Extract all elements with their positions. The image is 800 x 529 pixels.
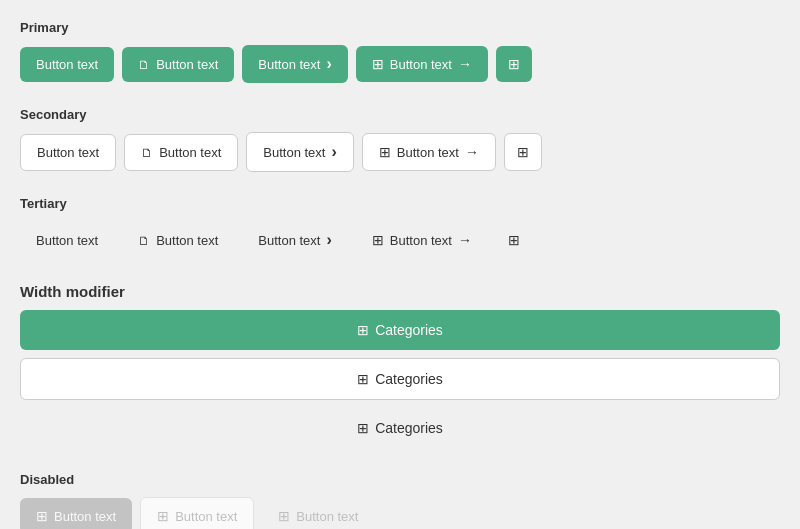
primary-label: Primary (20, 20, 780, 35)
secondary-btn-4[interactable]: Button text (362, 133, 496, 171)
disabled-btn-tertiary-label: Button text (296, 509, 358, 524)
disabled-btn-primary-label: Button text (54, 509, 116, 524)
secondary-btn-2[interactable]: Button text (124, 134, 238, 171)
grid-icon (372, 56, 384, 72)
grid-icon (508, 56, 520, 72)
secondary-btn-5[interactable] (504, 133, 542, 171)
grid-icon (508, 232, 520, 248)
secondary-btn-1-label: Button text (37, 145, 99, 160)
tertiary-label: Tertiary (20, 196, 780, 211)
width-btn-full-primary-label: Categories (375, 322, 443, 338)
grid-icon (278, 508, 290, 524)
secondary-btn-1[interactable]: Button text (20, 134, 116, 171)
disabled-btn-secondary-label: Button text (175, 509, 237, 524)
secondary-btn-4-label: Button text (397, 145, 459, 160)
arrow-icon (465, 144, 479, 160)
grid-icon (357, 322, 369, 338)
secondary-section: Secondary Button text Button text Button… (20, 107, 780, 172)
tertiary-btn-2-label: Button text (156, 233, 218, 248)
primary-btn-5[interactable] (496, 46, 532, 82)
tertiary-btn-2[interactable]: Button text (122, 223, 234, 258)
primary-btn-3-label: Button text (258, 57, 320, 72)
chevron-icon (331, 143, 336, 161)
primary-btn-2[interactable]: Button text (122, 47, 234, 82)
tertiary-btn-1[interactable]: Button text (20, 223, 114, 258)
width-btn-full-secondary-label: Categories (375, 371, 443, 387)
grid-icon (357, 420, 369, 436)
file-icon (141, 145, 153, 160)
width-btn-full-tertiary-label: Categories (375, 420, 443, 436)
secondary-label: Secondary (20, 107, 780, 122)
primary-section: Primary Button text Button text Button t… (20, 20, 780, 83)
grid-icon (372, 232, 384, 248)
disabled-btn-secondary: Button text (140, 497, 254, 529)
secondary-btn-3[interactable]: Button text (246, 132, 353, 172)
disabled-button-row: Button text Button text Button text (20, 497, 780, 529)
tertiary-button-row: Button text Button text Button text Butt… (20, 221, 780, 259)
primary-btn-1-label: Button text (36, 57, 98, 72)
primary-btn-1[interactable]: Button text (20, 47, 114, 82)
tertiary-btn-4[interactable]: Button text (356, 222, 488, 258)
disabled-btn-tertiary: Button text (262, 498, 374, 529)
width-btn-full-primary[interactable]: Categories (20, 310, 780, 350)
tertiary-btn-1-label: Button text (36, 233, 98, 248)
chevron-icon (326, 55, 331, 73)
tertiary-section: Tertiary Button text Button text Button … (20, 196, 780, 259)
primary-button-row: Button text Button text Button text Butt… (20, 45, 780, 83)
primary-btn-3[interactable]: Button text (242, 45, 347, 83)
width-btn-full-tertiary[interactable]: Categories (20, 408, 780, 448)
primary-btn-2-label: Button text (156, 57, 218, 72)
arrow-icon (458, 232, 472, 248)
width-modifier-section: Width modifier Categories Categories Cat… (20, 283, 780, 448)
disabled-section: Disabled Button text Button text Button … (20, 472, 780, 529)
grid-icon (379, 144, 391, 160)
tertiary-btn-3-label: Button text (258, 233, 320, 248)
width-btn-full-secondary[interactable]: Categories (20, 358, 780, 400)
arrow-icon (458, 56, 472, 72)
tertiary-btn-3[interactable]: Button text (242, 221, 347, 259)
chevron-icon (326, 231, 331, 249)
secondary-btn-2-label: Button text (159, 145, 221, 160)
disabled-label: Disabled (20, 472, 780, 487)
secondary-btn-3-label: Button text (263, 145, 325, 160)
primary-btn-4-label: Button text (390, 57, 452, 72)
width-modifier-label: Width modifier (20, 283, 780, 300)
disabled-btn-primary: Button text (20, 498, 132, 529)
tertiary-btn-5[interactable] (496, 222, 532, 258)
grid-icon (517, 144, 529, 160)
width-button-column: Categories Categories Categories (20, 310, 780, 448)
tertiary-btn-4-label: Button text (390, 233, 452, 248)
file-icon (138, 57, 150, 72)
grid-icon (157, 508, 169, 524)
grid-icon (36, 508, 48, 524)
secondary-button-row: Button text Button text Button text Butt… (20, 132, 780, 172)
grid-icon (357, 371, 369, 387)
primary-btn-4[interactable]: Button text (356, 46, 488, 82)
file-icon (138, 233, 150, 248)
